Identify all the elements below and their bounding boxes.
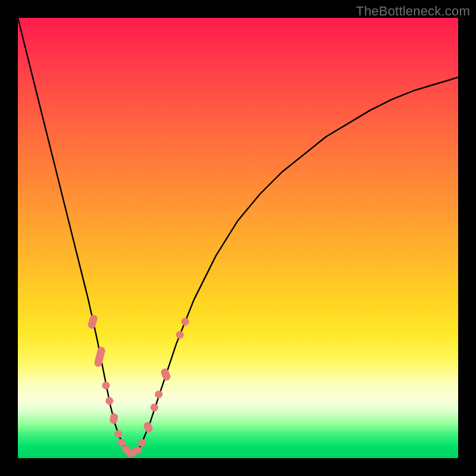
outer-black-frame: TheBottleneck.com: [0, 0, 476, 476]
curve-marker: [109, 413, 118, 425]
curve-marker: [105, 396, 114, 405]
curve-marker: [114, 430, 123, 439]
curve-marker: [180, 317, 190, 327]
curve-marker: [160, 367, 172, 381]
bottleneck-curve: [18, 18, 458, 454]
curve-marker: [142, 421, 154, 434]
curve-marker: [154, 389, 164, 399]
curve-marker: [175, 330, 185, 340]
curve-marker: [137, 437, 148, 448]
curve-marker: [149, 402, 159, 412]
highlighted-points-group: [87, 314, 190, 458]
watermark-text: TheBottleneck.com: [356, 4, 470, 19]
curve-marker: [87, 314, 98, 329]
chart-overlay: [18, 18, 458, 458]
curve-marker: [93, 346, 106, 368]
curve-marker: [101, 381, 110, 390]
